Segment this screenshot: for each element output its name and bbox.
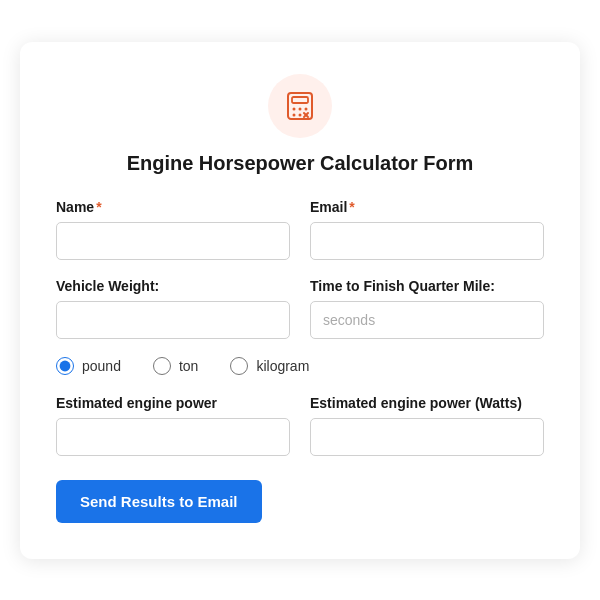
radio-ton-label: ton bbox=[179, 358, 198, 374]
estimated-watts-input[interactable] bbox=[310, 418, 544, 456]
radio-kilogram-input[interactable] bbox=[230, 357, 248, 375]
radio-pound[interactable]: pound bbox=[56, 357, 121, 375]
radio-kilogram-label: kilogram bbox=[256, 358, 309, 374]
vehicle-weight-input[interactable] bbox=[56, 301, 290, 339]
estimated-power-row: Estimated engine power Estimated engine … bbox=[56, 395, 544, 456]
name-group: Name* bbox=[56, 199, 290, 260]
radio-pound-label: pound bbox=[82, 358, 121, 374]
quarter-mile-label: Time to Finish Quarter Mile: bbox=[310, 278, 544, 294]
icon-wrapper bbox=[56, 74, 544, 138]
radio-pound-input[interactable] bbox=[56, 357, 74, 375]
svg-rect-1 bbox=[292, 97, 308, 103]
estimated-power-group: Estimated engine power bbox=[56, 395, 290, 456]
email-label: Email* bbox=[310, 199, 544, 215]
unit-radio-row: pound ton kilogram bbox=[56, 357, 544, 375]
calculator-icon bbox=[284, 90, 316, 122]
svg-point-4 bbox=[305, 107, 308, 110]
name-required-star: * bbox=[96, 199, 101, 215]
vehicle-weight-group: Vehicle Weight: bbox=[56, 278, 290, 339]
radio-ton-input[interactable] bbox=[153, 357, 171, 375]
svg-point-2 bbox=[293, 107, 296, 110]
estimated-watts-group: Estimated engine power (Watts) bbox=[310, 395, 544, 456]
email-required-star: * bbox=[349, 199, 354, 215]
estimated-power-label: Estimated engine power bbox=[56, 395, 290, 411]
quarter-mile-input[interactable] bbox=[310, 301, 544, 339]
radio-kilogram[interactable]: kilogram bbox=[230, 357, 309, 375]
name-input[interactable] bbox=[56, 222, 290, 260]
estimated-power-input[interactable] bbox=[56, 418, 290, 456]
svg-point-6 bbox=[299, 113, 302, 116]
email-input[interactable] bbox=[310, 222, 544, 260]
send-results-button[interactable]: Send Results to Email bbox=[56, 480, 262, 523]
vehicle-weight-label: Vehicle Weight: bbox=[56, 278, 290, 294]
radio-ton[interactable]: ton bbox=[153, 357, 198, 375]
name-label: Name* bbox=[56, 199, 290, 215]
email-group: Email* bbox=[310, 199, 544, 260]
name-email-row: Name* Email* bbox=[56, 199, 544, 260]
page-title: Engine Horsepower Calculator Form bbox=[56, 152, 544, 175]
estimated-watts-label: Estimated engine power (Watts) bbox=[310, 395, 544, 411]
weight-time-row: Vehicle Weight: Time to Finish Quarter M… bbox=[56, 278, 544, 339]
svg-point-5 bbox=[293, 113, 296, 116]
svg-point-3 bbox=[299, 107, 302, 110]
quarter-mile-group: Time to Finish Quarter Mile: bbox=[310, 278, 544, 339]
calculator-card: Engine Horsepower Calculator Form Name* … bbox=[20, 42, 580, 559]
calculator-icon-circle bbox=[268, 74, 332, 138]
